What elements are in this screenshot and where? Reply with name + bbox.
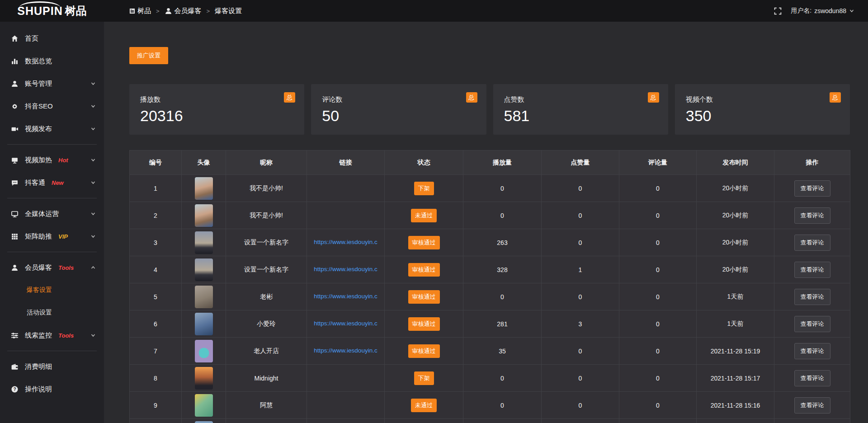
total-badge: 总 — [466, 92, 477, 103]
username-label: 用户名: — [791, 7, 811, 15]
cell-plays: 0 — [463, 202, 542, 229]
status-badge[interactable]: 审核通过 — [408, 290, 440, 304]
view-comments-button[interactable]: 查看评论 — [794, 316, 830, 332]
chevron-down-icon — [90, 211, 96, 216]
chevron-down-icon — [90, 333, 96, 338]
view-comments-button[interactable]: 查看评论 — [794, 370, 830, 386]
status-badge[interactable]: 审核通过 — [408, 344, 440, 358]
cell-action: 查看评论 — [774, 365, 850, 392]
status-badge[interactable]: 审核通过 — [408, 263, 440, 277]
cell-link: https://www.iesdouyin.c — [307, 229, 385, 256]
view-comments-button[interactable]: 查看评论 — [794, 262, 830, 278]
avatar — [195, 286, 213, 308]
fullscreen-icon[interactable] — [774, 7, 782, 15]
sidebar-item-label: 账号管理 — [25, 80, 52, 88]
cell-link: https://www.iesdouyin.c — [307, 283, 385, 310]
view-comments-button[interactable]: 查看评论 — [794, 180, 830, 197]
sidebar-item[interactable]: 全媒体运营 — [0, 202, 104, 225]
sidebar-subitem[interactable]: 活动设置 — [0, 301, 104, 324]
cell-action: 查看评论 — [774, 338, 850, 365]
column-header: 播放量 — [463, 150, 542, 175]
avatar — [195, 421, 213, 423]
cell-likes: 0 — [542, 229, 619, 256]
stat-value: 50 — [322, 107, 475, 125]
cell-avatar — [182, 365, 226, 392]
cell-comments — [619, 419, 697, 423]
cell-avatar — [182, 419, 226, 423]
sidebar-item[interactable]: 消费明细 — [0, 355, 104, 378]
video-link[interactable]: https://www.iesdouyin.c — [314, 320, 377, 327]
cell-nickname: 设置一个新名字 — [226, 256, 307, 283]
video-link[interactable]: https://www.iesdouyin.c — [314, 266, 377, 273]
stat-card: 播放数20316总 — [129, 84, 304, 135]
avatar — [195, 177, 213, 200]
breadcrumb-item[interactable]: 树品 — [129, 7, 151, 15]
total-badge: 总 — [830, 92, 841, 103]
sidebar-item-badge: VIP — [58, 233, 68, 240]
view-comments-button[interactable]: 查看评论 — [794, 397, 830, 414]
cell-likes: 1 — [542, 256, 619, 283]
cell-comments: 0 — [619, 175, 697, 202]
sidebar-item[interactable]: 数据总览 — [0, 50, 104, 72]
video-icon — [11, 125, 19, 133]
video-table: 编号头像昵称链接状态播放量点赞量评论量发布时间操作 1我不是小帅!下架00020… — [129, 150, 850, 423]
status-badge[interactable]: 下架 — [414, 182, 434, 195]
view-comments-button[interactable]: 查看评论 — [794, 343, 830, 359]
cell-action: 查看评论 — [774, 392, 850, 419]
breadcrumb-item[interactable]: 会员爆客 — [165, 7, 202, 15]
cell-plays: 0 — [463, 392, 542, 419]
cell-plays: 0 — [463, 283, 542, 310]
sidebar-item[interactable]: 视频加热Hot — [0, 149, 104, 171]
status-badge[interactable]: 未通过 — [411, 209, 437, 222]
cell-link — [307, 175, 385, 202]
status-badge[interactable]: 未通过 — [411, 399, 437, 412]
status-badge[interactable]: 审核通过 — [408, 236, 440, 249]
video-table-wrap: 编号头像昵称链接状态播放量点赞量评论量发布时间操作 1我不是小帅!下架00020… — [129, 150, 850, 423]
breadcrumb-item[interactable]: 爆客设置 — [215, 7, 242, 15]
sidebar-subitem-active[interactable]: 爆客设置 — [0, 279, 104, 301]
sidebar-subitem-label: 爆客设置 — [27, 286, 52, 294]
table-row — [130, 419, 850, 423]
cell-action: 查看评论 — [774, 310, 850, 338]
status-badge[interactable]: 下架 — [414, 371, 434, 385]
video-link[interactable]: https://www.iesdouyin.c — [314, 293, 377, 300]
user-menu[interactable]: 用户名: zswodun88 — [791, 7, 854, 15]
sidebar-divider — [7, 351, 97, 351]
sidebar-item[interactable]: 首页 — [0, 27, 104, 50]
sidebar-item[interactable]: 会员爆客Tools — [0, 256, 104, 279]
cell-nickname: 我不是小帅! — [226, 175, 307, 202]
table-row: 4设置一个新名字https://www.iesdouyin.c审核通过32810… — [130, 256, 850, 283]
sidebar-item-label: 数据总览 — [25, 57, 52, 66]
view-comments-button[interactable]: 查看评论 — [794, 289, 830, 305]
stat-label: 播放数 — [140, 95, 293, 104]
logo-text-en: SHUPIN — [17, 5, 62, 17]
sidebar-item-label: 操作说明 — [25, 385, 52, 394]
view-comments-button[interactable]: 查看评论 — [794, 207, 830, 224]
sidebar-item[interactable]: 抖音SEO — [0, 95, 104, 118]
cell-id: 4 — [130, 256, 182, 283]
sidebar-item[interactable]: 矩阵助推VIP — [0, 225, 104, 248]
svg-text:?: ? — [13, 387, 16, 392]
sidebar-item[interactable]: ?操作说明 — [0, 378, 104, 400]
sidebar-item-label: 全媒体运营 — [25, 210, 59, 218]
sliders-icon — [11, 332, 19, 339]
cell-status: 审核通过 — [385, 310, 463, 338]
view-comments-button[interactable]: 查看评论 — [794, 235, 830, 251]
sidebar-item[interactable]: 线索监控Tools — [0, 324, 104, 347]
video-link[interactable]: https://www.iesdouyin.c — [314, 347, 377, 354]
cell-avatar — [182, 175, 226, 202]
sidebar-item[interactable]: 抖客通New — [0, 171, 104, 194]
topbar: SHUPIN 树品 树品>会员爆客>爆客设置 用户名: zswodun88 — [0, 0, 868, 22]
sidebar-item[interactable]: 账号管理 — [0, 72, 104, 95]
cell-status: 审核通过 — [385, 338, 463, 365]
promo-settings-button[interactable]: 推广设置 — [129, 47, 168, 64]
cell-link: https://www.iesdouyin.c — [307, 310, 385, 338]
column-header: 状态 — [385, 150, 463, 175]
sidebar-item-label: 会员爆客 — [25, 263, 52, 272]
cell-time: 1天前 — [697, 310, 774, 338]
cell-time: 2021-11-28 15:19 — [697, 338, 774, 365]
sidebar-item[interactable]: 视频发布 — [0, 118, 104, 140]
status-badge[interactable]: 审核通过 — [408, 317, 440, 331]
video-link[interactable]: https://www.iesdouyin.c — [314, 239, 377, 245]
sidebar-item-label: 抖客通 — [25, 179, 45, 187]
